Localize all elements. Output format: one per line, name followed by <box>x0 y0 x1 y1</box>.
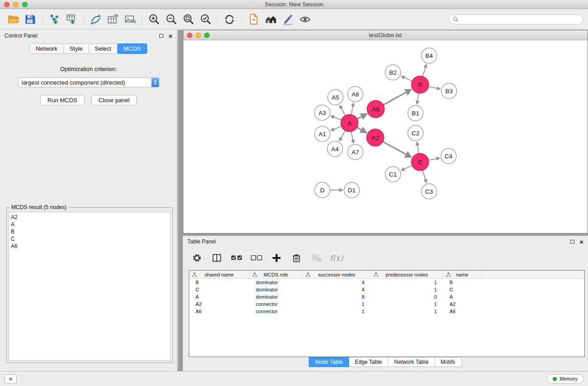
mcds-result-item[interactable]: A <box>11 221 168 228</box>
tab-mcds[interactable]: MCDS <box>117 43 147 54</box>
show-details-button[interactable] <box>296 11 314 28</box>
float-table-panel-icon[interactable] <box>570 240 574 243</box>
deselect-all-button[interactable] <box>250 251 263 265</box>
graph-node-B4[interactable]: B4 <box>421 48 437 63</box>
graph-edge-C-C2[interactable] <box>417 142 419 153</box>
tab-style[interactable]: Style <box>63 43 89 54</box>
mcds-result-item[interactable]: A2 <box>11 214 168 221</box>
refresh-button[interactable] <box>221 11 238 28</box>
network-graph-svg[interactable]: AA1A2A3A4A5A6A7A8BB1B2B3B4CC1C2C3C4DD1 <box>183 41 588 233</box>
tab-network-table[interactable]: Network Table <box>388 357 435 367</box>
table-cell[interactable]: 1 <box>303 309 371 314</box>
graph-node-A6[interactable]: A6 <box>367 100 384 118</box>
close-table-panel-icon[interactable]: × <box>579 238 583 245</box>
column-header-successor-nodes[interactable]: successor nodes <box>303 271 371 278</box>
column-header-predecessor-nodes[interactable]: predecessor nodes <box>371 271 443 278</box>
export-image-button[interactable] <box>121 11 139 28</box>
graph-edge-A-A7[interactable] <box>351 132 354 143</box>
zoom-in-button[interactable] <box>145 11 163 28</box>
zoom-selected-button[interactable] <box>197 11 214 28</box>
table-cell[interactable]: 1 <box>371 301 443 307</box>
mcds-result-list[interactable]: A2ABCA6 <box>9 212 171 361</box>
column-header-name[interactable]: name <box>443 271 482 278</box>
graph-edge-C-C4[interactable] <box>429 158 440 160</box>
graph-node-A8[interactable]: A8 <box>348 86 363 102</box>
table-cell[interactable]: 8 <box>303 294 371 300</box>
graph-node-B[interactable]: B <box>411 76 429 93</box>
graph-node-A4[interactable]: A4 <box>327 141 343 157</box>
graph-node-D1[interactable]: D1 <box>344 182 359 198</box>
float-panel-icon[interactable] <box>159 34 163 38</box>
table-cell[interactable]: A <box>189 294 249 300</box>
graph-node-B3[interactable]: B3 <box>441 83 457 99</box>
network-close-button[interactable] <box>187 33 192 38</box>
close-panel-icon[interactable]: × <box>168 33 172 39</box>
table-cell[interactable]: dominator <box>249 287 303 292</box>
memory-button[interactable]: Memory <box>547 374 583 384</box>
table-cell[interactable]: connector <box>249 309 303 314</box>
graph-edge-A-A6[interactable] <box>357 114 367 119</box>
tab-select[interactable]: Select <box>89 43 118 54</box>
save-session-button[interactable] <box>22 11 39 28</box>
table-row[interactable]: A6connector11A6 <box>189 308 584 315</box>
tab-edge-table[interactable]: Edge Table <box>349 357 388 367</box>
graph-edge-B-B2[interactable] <box>401 76 412 81</box>
table-row[interactable]: Adominator80A <box>189 293 584 300</box>
graph-node-C2[interactable]: C2 <box>408 125 423 141</box>
table-cell[interactable]: C <box>443 287 482 292</box>
table-row[interactable]: Cdominator41C <box>189 286 584 293</box>
graph-edge-A-A2[interactable] <box>357 127 367 133</box>
graph-edge-B-B1[interactable] <box>417 93 419 104</box>
graph-edge-B-B3[interactable] <box>429 86 440 89</box>
graph-node-D[interactable]: D <box>315 182 330 198</box>
graph-node-A[interactable]: A <box>341 114 358 132</box>
new-network-button[interactable] <box>87 11 104 28</box>
zoom-out-button[interactable] <box>163 11 180 28</box>
function-builder-button[interactable]: f(x) <box>330 251 343 265</box>
table-cell[interactable]: dominator <box>249 280 303 285</box>
mcds-result-item[interactable]: C <box>11 235 168 243</box>
table-cell[interactable]: 1 <box>371 287 443 292</box>
tab-motifs[interactable]: Motifs <box>435 357 462 367</box>
table-cell[interactable]: dominator <box>249 294 303 300</box>
table-cell[interactable]: 1 <box>371 280 443 285</box>
table-row[interactable]: A2connector11A2 <box>189 300 584 308</box>
select-all-button[interactable] <box>230 251 244 265</box>
mcds-result-item[interactable]: B <box>11 228 168 235</box>
network-zoom-button[interactable] <box>204 33 210 38</box>
apply-style-button[interactable] <box>279 11 296 28</box>
graph-edge-A-A4[interactable] <box>339 131 345 141</box>
graph-node-A5[interactable]: A5 <box>328 90 343 105</box>
table-cell[interactable]: 1 <box>371 309 443 314</box>
mcds-result-item[interactable]: A6 <box>11 243 168 250</box>
table-cell[interactable]: 4 <box>303 287 371 292</box>
graph-node-B2[interactable]: B2 <box>385 65 401 80</box>
minimize-window-button[interactable] <box>13 2 19 7</box>
table-row[interactable]: Bdominator41B <box>189 279 584 286</box>
graph-edge-A-A3[interactable] <box>331 116 342 120</box>
zoom-fit-button[interactable] <box>180 11 197 28</box>
graph-node-C1[interactable]: C1 <box>385 167 401 182</box>
new-table-button[interactable] <box>104 11 121 28</box>
graph-node-A7[interactable]: A7 <box>348 144 363 160</box>
table-cell[interactable]: 1 <box>303 301 371 307</box>
graph-node-C[interactable]: C <box>411 153 429 171</box>
tab-network[interactable]: Network <box>29 43 64 54</box>
zoom-window-button[interactable] <box>22 2 28 7</box>
graph-edge-A2-C[interactable] <box>383 142 411 157</box>
column-header-shared-name[interactable]: shared name <box>189 271 249 278</box>
show-columns-button[interactable] <box>210 251 224 265</box>
graph-edge-C-C1[interactable] <box>401 166 412 171</box>
close-panel-button[interactable]: Close panel <box>91 95 137 105</box>
run-mcds-button[interactable]: Run MCDS <box>40 95 85 105</box>
graph-edge-A-A5[interactable] <box>340 105 345 116</box>
table-cell[interactable]: A6 <box>189 309 249 314</box>
table-cell[interactable]: connector <box>249 301 303 307</box>
graph-node-A1[interactable]: A1 <box>315 126 330 142</box>
delete-column-button[interactable] <box>290 251 303 265</box>
graph-edge-A6-B[interactable] <box>383 90 411 105</box>
graph-node-C3[interactable]: C3 <box>421 184 437 199</box>
graph-node-A3[interactable]: A3 <box>315 105 330 120</box>
graph-edge-A-A1[interactable] <box>331 126 342 131</box>
graph-edge-B-B4[interactable] <box>423 64 426 76</box>
